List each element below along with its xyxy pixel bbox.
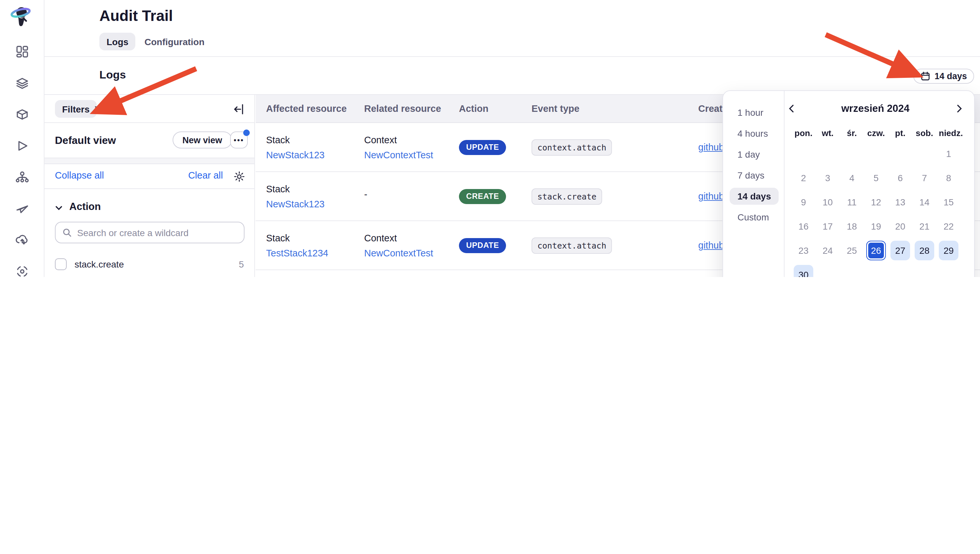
calendar-day[interactable]: 24 [818, 241, 837, 260]
sidebar-item-resources[interactable] [0, 166, 45, 192]
sidebar-item-stacks[interactable] [0, 71, 45, 97]
checkbox[interactable] [55, 258, 67, 270]
tab-configuration[interactable]: Configuration [137, 33, 212, 50]
resource-link[interactable]: NewStack123 [266, 150, 364, 160]
calendar-month-title: wrzesień 2024 [799, 103, 952, 115]
calendar-day[interactable]: 14 [915, 192, 934, 212]
calendar-day[interactable]: 29 [939, 241, 958, 260]
calendar-day[interactable]: 11 [842, 192, 862, 212]
action-search[interactable] [55, 222, 245, 243]
calendar-day[interactable]: 13 [891, 192, 910, 212]
calendar-day[interactable]: 20 [891, 217, 910, 236]
calendar-day[interactable]: 6 [891, 168, 910, 188]
col-action: Action [459, 103, 531, 114]
range-preset[interactable]: 7 days [730, 167, 772, 184]
calendar-day[interactable]: 1 [939, 144, 958, 164]
calendar-day[interactable]: 5 [866, 168, 886, 188]
calendar-day[interactable]: 21 [915, 217, 934, 236]
col-related-resource: Related resource [364, 103, 459, 114]
filters-actions-row: Collapse all Clear all [45, 164, 254, 189]
range-presets: 1 hour4 hours1 day7 days14 daysCustom [723, 91, 784, 277]
calendar-day[interactable]: 19 [866, 217, 886, 236]
hierarchy-icon [15, 170, 29, 187]
calendar-day[interactable]: 30 [794, 265, 813, 277]
calendar-day[interactable]: 3 [818, 168, 837, 188]
filters-panel: Filters Views Default view New view ••• … [45, 95, 255, 277]
calendar-day[interactable]: 9 [794, 192, 813, 212]
scan-icon [15, 264, 29, 277]
calendar-day[interactable]: 8 [939, 168, 958, 188]
calendar-day[interactable]: 27 [891, 241, 910, 260]
weekday-label: pt. [891, 128, 910, 138]
page-header: Audit Trail Logs Configuration [45, 0, 980, 57]
calendar-day[interactable]: 12 [866, 192, 886, 212]
calendar-day[interactable]: 23 [794, 241, 813, 260]
view-row: Default view New view ••• [45, 123, 254, 158]
tab-views[interactable]: Views [88, 100, 128, 118]
collapse-all-link[interactable]: Collapse all [55, 170, 104, 180]
gear-icon[interactable] [233, 171, 245, 183]
sidebar-item-deliveries[interactable] [0, 197, 45, 223]
range-preset[interactable]: 1 hour [730, 104, 771, 121]
next-month-icon[interactable] [952, 101, 966, 116]
search-icon [62, 228, 72, 237]
calendar-day[interactable]: 4 [842, 168, 862, 188]
weekday-label: niedz. [939, 128, 958, 138]
calendar-day[interactable]: 2 [794, 168, 813, 188]
date-range-button[interactable]: 14 days [914, 68, 974, 84]
calendar-nav: wrzesień 2024 [784, 101, 966, 116]
related-link[interactable]: NewContextTest [364, 248, 459, 258]
logs-section-title: Logs [99, 68, 126, 82]
calendar-day[interactable]: 25 [842, 241, 862, 260]
sidebar-item-runs[interactable] [0, 134, 45, 160]
date-range-popup: 1 hour4 hours1 day7 days14 daysCustom wr… [722, 90, 975, 277]
section-action-header[interactable]: Action [45, 197, 254, 217]
action-search-input [77, 227, 237, 238]
related-link[interactable]: NewContextTest [364, 150, 459, 160]
page-title: Audit Trail [99, 7, 173, 25]
related-type: Context [364, 134, 459, 145]
range-preset[interactable]: 14 days [730, 188, 779, 205]
weekday-label: czw. [866, 128, 886, 138]
clear-all-link[interactable]: Clear all [188, 170, 223, 180]
calendar-day[interactable]: 10 [818, 192, 837, 212]
range-preset[interactable]: 4 hours [730, 125, 776, 142]
related-type: - [364, 189, 459, 199]
calendar-day[interactable]: 15 [939, 192, 958, 212]
weekday-label: wt. [818, 128, 837, 138]
event-type-chip: context.attach [531, 139, 612, 155]
filter-option[interactable]: stack.create 5 [45, 255, 254, 274]
calendar-icon [921, 71, 931, 81]
tab-logs[interactable]: Logs [99, 33, 136, 50]
sidebar-item-blueprints[interactable] [0, 103, 45, 129]
weekday-label: pon. [794, 128, 813, 138]
spacelift-logo[interactable] [10, 5, 32, 27]
calendar-day[interactable]: 26 [866, 241, 886, 260]
sidebar-item-scan[interactable] [0, 259, 45, 277]
calendar-day[interactable]: 17 [818, 217, 837, 236]
notification-dot [243, 129, 250, 136]
calendar-day[interactable]: 16 [794, 217, 813, 236]
col-affected-resource: Affected resource [266, 103, 364, 114]
calendar-day[interactable]: 28 [915, 241, 934, 260]
resource-link[interactable]: TestStack1234 [266, 248, 364, 258]
col-event-type: Event type [531, 103, 698, 114]
cube-icon [15, 107, 29, 124]
new-view-button[interactable]: New view [173, 132, 232, 148]
sidebar-item-cloud[interactable] [0, 228, 45, 255]
range-preset[interactable]: 1 day [730, 146, 768, 163]
collapse-panel-icon[interactable] [232, 102, 247, 116]
play-icon [15, 138, 29, 156]
sidebar-item-dashboard[interactable] [0, 40, 45, 66]
view-more-button[interactable]: ••• [230, 132, 248, 148]
calendar-day[interactable]: 7 [915, 168, 934, 188]
weekday-label: śr. [842, 128, 862, 138]
paper-plane-icon [15, 201, 29, 218]
prev-month-icon[interactable] [784, 101, 799, 116]
ellipsis-icon: ••• [234, 136, 244, 144]
range-preset[interactable]: Custom [730, 209, 777, 226]
calendar-day[interactable]: 22 [939, 217, 958, 236]
calendar-day[interactable]: 18 [842, 217, 862, 236]
panel-divider [45, 158, 254, 164]
resource-link[interactable]: NewStack123 [266, 199, 364, 209]
